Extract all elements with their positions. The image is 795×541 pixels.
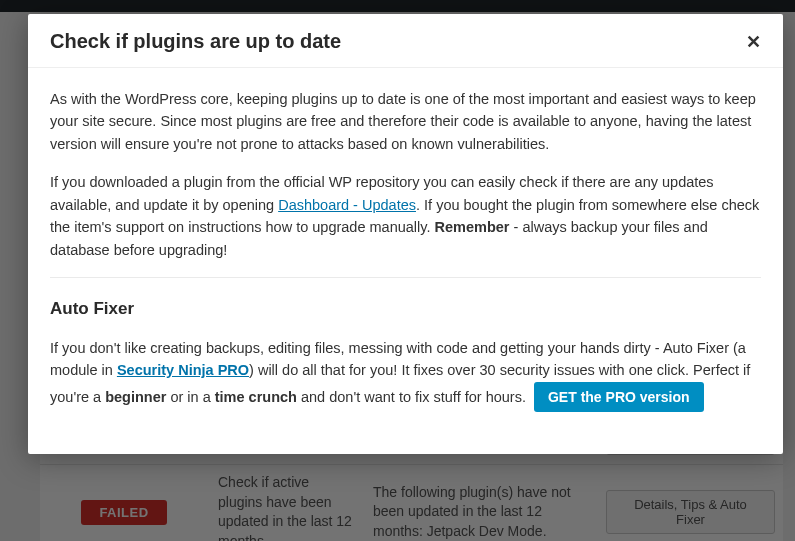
emphasis: time crunch bbox=[215, 389, 297, 405]
modal-paragraph: As with the WordPress core, keeping plug… bbox=[50, 88, 761, 155]
modal-header: Check if plugins are up to date ✕ bbox=[28, 14, 783, 68]
text-fragment: and don't want to fix stuff for hours. bbox=[297, 389, 530, 405]
emphasis: Remember bbox=[435, 219, 510, 235]
modal-title: Check if plugins are up to date bbox=[50, 30, 341, 53]
modal-body: As with the WordPress core, keeping plug… bbox=[28, 68, 783, 454]
text-fragment: or in a bbox=[166, 389, 214, 405]
modal-paragraph: If you don't like creating backups, edit… bbox=[50, 337, 761, 412]
get-pro-button[interactable]: GET the PRO version bbox=[534, 382, 704, 412]
dashboard-updates-link[interactable]: Dashboard - Updates bbox=[278, 197, 416, 213]
divider bbox=[50, 277, 761, 278]
auto-fixer-heading: Auto Fixer bbox=[50, 296, 761, 322]
emphasis: beginner bbox=[105, 389, 166, 405]
security-ninja-pro-link[interactable]: Security Ninja PRO bbox=[117, 362, 249, 378]
modal-paragraph: If you downloaded a plugin from the offi… bbox=[50, 171, 761, 261]
modal-dialog: Check if plugins are up to date ✕ As wit… bbox=[28, 14, 783, 454]
close-icon[interactable]: ✕ bbox=[746, 33, 761, 51]
